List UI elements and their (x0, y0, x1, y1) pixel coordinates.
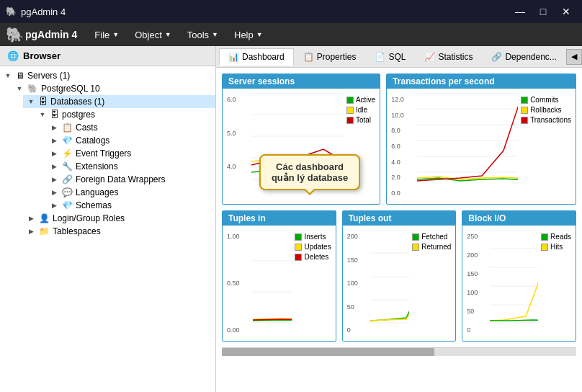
legend-rollbacks-color (521, 107, 528, 114)
servers-label: Servers (1) (27, 71, 70, 81)
dashboard-tab-label: Dashboard (242, 52, 285, 62)
charts-row-2: Tuples in 1.00 0.50 0.00 (222, 210, 576, 342)
tuples-out-y-axis: 200 150 100 50 0 (347, 230, 367, 337)
chart-tuples-out: Tuples out 200 150 100 50 0 (342, 210, 457, 342)
tree-item-login-group-roles[interactable]: ▶ 👤 Login/Group Roles (23, 212, 215, 225)
languages-icon: 💬 (62, 187, 73, 197)
extensions-icon: 🔧 (62, 161, 73, 172)
dashboard-tab-icon: 📊 (228, 52, 239, 62)
tab-nav: ◀ ▶ ✕ (566, 49, 582, 65)
login-roles-icon: 👤 (39, 213, 50, 223)
block-io-svg (490, 230, 538, 324)
tuples-in-legend: Inserts Updates Deletes (295, 230, 331, 337)
legend-commits-label: Commits (530, 96, 558, 104)
titlebar-left: 🐘 pgAdmin 4 (6, 6, 66, 17)
browser-title: Browser (23, 50, 61, 61)
chart-block-io-title: Block I/O (468, 213, 506, 223)
legend-updates-color (295, 244, 302, 251)
legend-commits: Commits (521, 96, 571, 104)
menu-help[interactable]: Help ▼ (227, 27, 270, 43)
tree-item-schemas[interactable]: ▶ 💎 Schemas (46, 199, 215, 212)
menu-help-label: Help (234, 30, 254, 40)
databases-icon: 🗄 (39, 97, 48, 107)
legend-commits-color (521, 97, 528, 104)
legend-inserts: Inserts (295, 233, 331, 241)
chart-tuples-in-header: Tuples in (223, 211, 336, 226)
tab-nav-prev[interactable]: ◀ (566, 49, 582, 65)
catalogs-label: Catalogs (76, 135, 109, 146)
main-container: 🌐 Browser ▼ 🖥 Servers (1) ▼ 🐘 PostgreSQL… (0, 46, 582, 392)
legend-rollbacks: Rollbacks (521, 106, 571, 114)
tuples-out-chart-area (370, 230, 410, 337)
sql-tab-label: SQL (388, 52, 406, 62)
expand-icon: ▶ (49, 176, 59, 183)
menu-file[interactable]: File ▼ (87, 27, 126, 43)
tree-item-servers[interactable]: ▼ 🖥 Servers (1) (0, 69, 215, 82)
legend-reads-color (541, 233, 548, 241)
chart-tuples-in-content: 1.00 0.50 0.00 (223, 226, 336, 341)
tab-sql[interactable]: 📄 SQL (365, 48, 415, 65)
legend-returned-label: Returned (421, 243, 451, 251)
legend-idle-label: Idle (356, 106, 367, 114)
tab-dashboard[interactable]: 📊 Dashboard (219, 48, 294, 66)
transactions-legend: Commits Rollbacks Transactions (521, 93, 571, 200)
tree-item-tablespaces[interactable]: ▶ 📁 Tablespaces (23, 225, 215, 238)
postgres-icon: 🗄 (50, 110, 59, 120)
legend-transactions: Transactions (521, 116, 571, 124)
chart-transactions-content: 12.0 10.0 8.0 6.0 4.0 2.0 0.0 (387, 89, 576, 204)
tree-item-casts[interactable]: ▶ 📋 Casts (46, 121, 215, 134)
tab-properties[interactable]: 📋 Properties (294, 48, 366, 65)
bottom-scrollbar[interactable] (222, 347, 576, 356)
legend-transactions-label: Transactions (530, 116, 571, 124)
menu-tools[interactable]: Tools ▼ (180, 27, 225, 43)
chart-block-io-content: 250 200 150 100 50 0 (462, 226, 576, 341)
legend-active-label: Active (356, 96, 375, 104)
tab-statistics[interactable]: 📈 Statistics (415, 48, 482, 65)
close-button[interactable]: ✕ (556, 4, 576, 19)
menu-file-arrow: ▼ (112, 31, 119, 38)
scrollbar-thumb[interactable] (222, 348, 434, 356)
legend-fetched: Fetched (412, 233, 451, 241)
event-triggers-label: Event Triggers (76, 148, 131, 159)
expand-icon: ▶ (26, 228, 36, 235)
properties-tab-icon: 📋 (303, 52, 314, 62)
menu-object[interactable]: Object ▼ (127, 27, 179, 43)
sidebar: 🌐 Browser ▼ 🖥 Servers (1) ▼ 🐘 PostgreSQL… (0, 46, 216, 392)
tree-item-extensions[interactable]: ▶ 🔧 Extensions (46, 160, 215, 173)
menu-object-arrow: ▼ (165, 31, 171, 38)
tree-item-postgresql[interactable]: ▼ 🐘 PostgreSQL 10 (12, 82, 215, 95)
maximize-button[interactable]: □ (533, 4, 553, 19)
postgres-label: postgres (62, 110, 95, 120)
legend-hits-label: Hits (550, 243, 563, 251)
browser-icon: 🌐 (7, 50, 19, 61)
tuples-in-svg (253, 230, 292, 324)
legend-hits-color (541, 244, 548, 251)
tree-item-foreign-data-wrappers[interactable]: ▶ 🔗 Foreign Data Wrappers (46, 173, 215, 186)
legend-fetched-label: Fetched (421, 233, 447, 241)
titlebar-title: pgAdmin 4 (21, 6, 66, 17)
tree-item-databases[interactable]: ▼ 🗄 Databases (1) (23, 95, 215, 108)
tooltip-text: Các dashboard quản lý database (272, 161, 348, 183)
statistics-tab-label: Statistics (438, 52, 473, 62)
legend-updates-label: Updates (304, 243, 331, 251)
chart-block-io: Block I/O 250 200 150 100 50 0 (462, 210, 576, 342)
tree-item-postgres[interactable]: ▼ 🗄 postgres (35, 108, 215, 121)
properties-tab-label: Properties (317, 52, 357, 62)
legend-idle-color (346, 107, 354, 114)
minimize-button[interactable]: — (510, 4, 530, 19)
tree-item-languages[interactable]: ▶ 💬 Languages (46, 186, 215, 199)
chart-tuples-out-title: Tuples out (349, 213, 392, 223)
legend-fetched-color (412, 233, 419, 241)
titlebar: 🐘 pgAdmin 4 — □ ✕ (0, 0, 582, 23)
dependencies-tab-icon: 🔗 (491, 52, 502, 62)
app-icon: 🐘 (6, 6, 17, 17)
tuples-out-legend: Fetched Returned (412, 230, 451, 337)
menu-tools-arrow: ▼ (212, 31, 218, 38)
app-name: pgAdmin 4 (25, 29, 77, 40)
menu-file-label: File (94, 30, 109, 40)
tablespaces-label: Tablespaces (53, 226, 101, 236)
legend-reads: Reads (541, 233, 571, 241)
tab-dependencies[interactable]: 🔗 Dependenc... (482, 48, 565, 65)
tree-item-catalogs[interactable]: ▶ 💎 Catalogs (46, 134, 215, 147)
tree-item-event-triggers[interactable]: ▶ ⚡ Event Triggers (46, 147, 215, 160)
